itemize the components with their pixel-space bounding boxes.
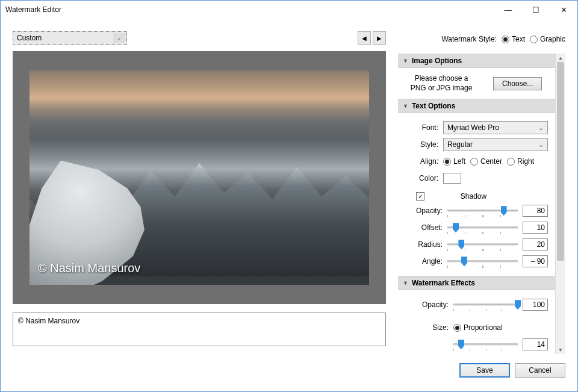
align-label: Align: [405,157,438,166]
shadow-opacity-slider[interactable] [447,205,518,217]
shadow-offset-value[interactable]: 10 [523,222,548,234]
preset-row: Custom ⌄ ◀ ▶ [13,31,386,45]
choose-image-button[interactable]: Choose... [493,77,542,90]
upper-area: Custom ⌄ ◀ ▶ © Nasim Mansurov © Nasim [13,31,565,354]
watermark-editor-window: Watermark Editor — ☐ ✕ Custom ⌄ ◀ ▶ [0,0,578,392]
options-scrollbar[interactable]: ▲ ▼ [555,54,565,354]
shadow-angle-slider[interactable] [447,255,518,267]
watermark-overlay-text: © Nasim Mansurov [38,261,140,275]
shadow-radius-slider[interactable] [447,238,518,250]
preview-image: © Nasim Mansurov [30,70,369,285]
preset-dropdown-label: Custom [17,34,42,42]
content-area: Custom ⌄ ◀ ▶ © Nasim Mansurov © Nasim [1,19,577,391]
color-label: Color: [405,174,438,182]
size-value[interactable]: 14 [523,338,548,350]
color-swatch[interactable] [443,173,461,184]
caption-text: © Nasim Mansurov [18,317,79,325]
titlebar: Watermark Editor — ☐ ✕ [1,1,577,19]
radio-icon [507,158,515,166]
align-left-radio[interactable]: Left [443,157,465,166]
minimize-button[interactable]: — [494,1,522,19]
shadow-heading: Shadow [429,192,518,201]
cancel-button[interactable]: Cancel [515,363,565,378]
chevron-down-icon: ⌄ [117,35,122,41]
prev-image-button[interactable]: ◀ [358,31,371,45]
scroll-down-icon: ▼ [556,346,565,354]
text-options-body: Font: Myriad Web Pro Style: Regular [398,113,555,276]
disclosure-triangle-icon: ▼ [403,58,408,64]
font-dropdown[interactable]: Myriad Web Pro [443,121,548,134]
effect-opacity-value[interactable]: 100 [523,299,548,311]
size-slider[interactable] [453,338,518,350]
image-options-body: Please choose a PNG or JPG image Choose.… [398,68,555,99]
image-choose-message: Please choose a PNG or JPG image [405,74,477,93]
preview-mat: © Nasim Mansurov [13,51,386,304]
style-label: Style: [405,140,438,149]
shadow-offset-slider[interactable] [447,222,518,234]
next-image-button[interactable]: ▶ [373,31,386,45]
effect-opacity-label: Opacity: [405,300,449,309]
text-options-header[interactable]: ▼ Text Options [398,99,555,113]
watermark-effects-header[interactable]: ▼ Watermark Effects [398,276,555,290]
shadow-opacity-label: Opacity: [405,207,443,215]
watermark-text-input[interactable]: © Nasim Mansurov [13,313,386,346]
image-options-header[interactable]: ▼ Image Options [398,54,555,68]
watermark-style-label: Watermark Style: [441,35,497,43]
window-title: Watermark Editor [5,5,494,14]
watermark-effects-body: Opacity: 100 Size: [398,290,555,354]
size-label: Size: [405,323,449,332]
disclosure-triangle-icon: ▼ [403,280,408,286]
radio-icon [443,158,451,166]
font-style-dropdown[interactable]: Regular [443,138,548,151]
font-label: Font: [405,123,438,132]
shadow-offset-label: Offset: [405,223,443,232]
right-column: Watermark Style: Text Graphic ▼ Im [398,31,565,354]
style-text-radio[interactable]: Text [502,35,525,43]
shadow-angle-value[interactable]: – 90 [523,255,548,267]
scrollbar-thumb[interactable] [557,62,564,261]
shadow-opacity-value[interactable]: 80 [523,205,548,217]
save-button[interactable]: Save [459,363,510,378]
options-panel: ▼ Image Options Please choose a PNG or J… [398,54,565,354]
close-button[interactable]: ✕ [550,1,577,19]
radio-icon [470,158,478,166]
shadow-radius-value[interactable]: 20 [523,238,548,250]
shadow-checkbox[interactable]: ✓ [416,192,424,201]
size-proportional-radio[interactable]: Proportional [453,323,503,332]
radio-icon [502,36,509,43]
preset-dropdown[interactable]: Custom ⌄ [13,31,127,45]
shadow-angle-label: Angle: [405,257,443,266]
align-center-radio[interactable]: Center [470,157,502,166]
disclosure-triangle-icon: ▼ [403,103,408,109]
shadow-radius-label: Radius: [405,240,443,249]
scroll-up-icon: ▲ [556,54,565,62]
left-column: Custom ⌄ ◀ ▶ © Nasim Mansurov © Nasim [13,31,386,354]
align-right-radio[interactable]: Right [507,157,534,166]
radio-icon [530,36,538,43]
maximize-button[interactable]: ☐ [522,1,550,19]
watermark-style-row: Watermark Style: Text Graphic [398,31,565,48]
footer: Save Cancel [13,354,565,379]
radio-icon [453,324,461,332]
style-graphic-radio[interactable]: Graphic [530,35,565,43]
options-panel-body: ▼ Image Options Please choose a PNG or J… [398,54,555,354]
effect-opacity-slider[interactable] [453,299,518,311]
